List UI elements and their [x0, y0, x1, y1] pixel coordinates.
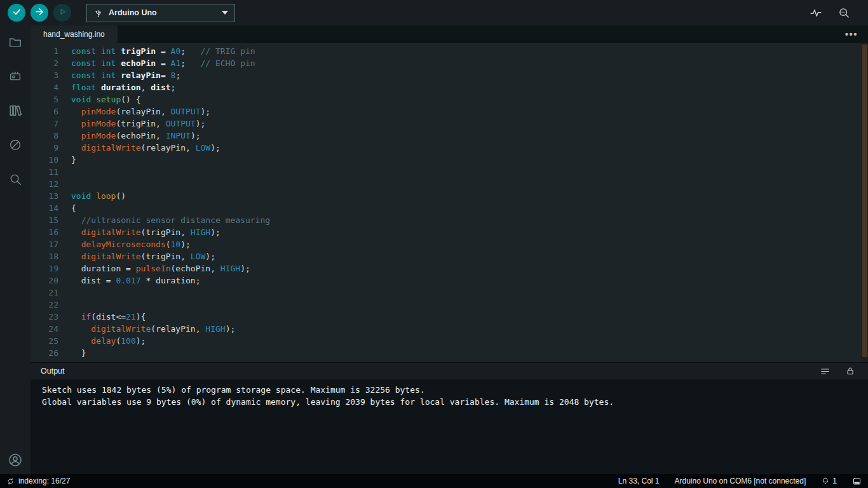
code-line[interactable]: 10}	[31, 154, 868, 166]
code-line[interactable]: 13void loop()	[31, 190, 868, 202]
code-line[interactable]: 14{	[31, 202, 868, 214]
line-number: 3	[31, 69, 71, 81]
editor-tabbar: hand_washing.ino •••	[31, 25, 868, 43]
indexing-status[interactable]: indexing: 16/27	[6, 477, 70, 485]
line-number: 7	[31, 118, 71, 130]
line-number: 18	[31, 250, 71, 262]
output-line: Sketch uses 1842 bytes (5%) of program s…	[42, 384, 857, 396]
code-line[interactable]: 20 dist = 0.017 * duration;	[31, 274, 868, 287]
line-number: 11	[31, 166, 71, 178]
usb-icon	[93, 8, 103, 18]
sync-icon	[6, 477, 15, 485]
line-number: 5	[31, 93, 71, 105]
verify-button[interactable]	[8, 4, 25, 22]
upload-icon	[34, 6, 45, 19]
output-line: Global variables use 9 bytes (0%) of dyn…	[42, 396, 857, 408]
serial-plotter-icon[interactable]	[808, 5, 824, 20]
statusbar-right: Ln 33, Col 1 Arduino Uno on COM6 [not co…	[618, 477, 862, 486]
board-selector-label: Arduino Uno	[109, 8, 157, 17]
code-line[interactable]: 2const int echoPin = A1; // ECHO pin	[31, 57, 868, 69]
line-number: 13	[31, 190, 71, 202]
line-number: 24	[31, 323, 71, 335]
code-line[interactable]: 4float duration, dist;	[31, 81, 868, 93]
arduino-ide-window: Arduino Uno	[0, 0, 868, 488]
editor-scrollbar-thumb[interactable]	[862, 44, 867, 357]
board-selector-dropdown[interactable]: Arduino Uno	[86, 4, 235, 22]
account-icon[interactable]	[8, 452, 23, 468]
code-line[interactable]: 21	[31, 287, 868, 299]
line-number: 25	[31, 335, 71, 347]
code-line[interactable]: 3const int relayPin= 8;	[31, 69, 868, 81]
notification-count: 1	[832, 477, 837, 485]
code-editor[interactable]: 1const int trigPin = A0; // TRIG pin2con…	[31, 43, 868, 362]
output-panel: Output Sketch uses 1842 bytes (5%) of pr…	[31, 362, 868, 474]
scroll-lock-icon[interactable]	[843, 363, 858, 379]
line-number: 17	[31, 238, 71, 250]
code-line[interactable]: 24 digitalWrite(relayPin, HIGH);	[31, 323, 868, 335]
tab-label: hand_washing.ino	[43, 30, 105, 39]
cursor-position[interactable]: Ln 33, Col 1	[618, 477, 660, 485]
code-line[interactable]: 15 //ultrasonic sensor distance measurin…	[31, 214, 868, 226]
output-title: Output	[41, 367, 65, 376]
line-number: 20	[31, 274, 71, 287]
serial-monitor-icon[interactable]	[836, 5, 851, 20]
code-line[interactable]: 23 if(dist<=21){	[31, 311, 868, 323]
output-header-icons	[817, 363, 858, 379]
code-line[interactable]: 22	[31, 299, 868, 311]
sketchbook-folder-icon[interactable]	[8, 34, 23, 50]
indexing-label: indexing: 16/27	[18, 477, 70, 485]
line-number: 26	[31, 347, 71, 359]
code-line[interactable]: 8 pinMode(echoPin, INPUT);	[31, 130, 868, 142]
library-manager-icon[interactable]	[8, 103, 23, 118]
line-number: 1	[31, 45, 71, 57]
code-line[interactable]: 12	[31, 178, 868, 190]
code-line[interactable]: 16 digitalWrite(trigPin, HIGH);	[31, 226, 868, 238]
code-line[interactable]: 11	[31, 166, 868, 178]
chevron-down-icon	[222, 11, 228, 15]
toggle-bottom-panel-icon[interactable]	[852, 477, 862, 486]
code-line[interactable]: 25 delay(100);	[31, 335, 868, 347]
search-icon[interactable]	[8, 172, 23, 187]
line-number: 4	[31, 81, 71, 93]
output-lines: Sketch uses 1842 bytes (5%) of program s…	[31, 379, 868, 474]
line-number: 21	[31, 287, 71, 299]
line-number: 12	[31, 178, 71, 190]
line-number: 14	[31, 202, 71, 214]
output-header: Output	[31, 363, 868, 379]
code-line[interactable]: 9 digitalWrite(relayPin, LOW);	[31, 142, 868, 154]
statusbar: indexing: 16/27 Ln 33, Col 1 Arduino Uno…	[0, 474, 868, 488]
debug-icon	[58, 7, 67, 18]
start-debugging-button[interactable]	[53, 4, 71, 22]
debug-circle-slash-icon[interactable]	[8, 137, 23, 152]
line-number: 9	[31, 142, 71, 154]
line-number: 16	[31, 226, 71, 238]
activity-sidebar	[0, 25, 31, 474]
board-connection-status[interactable]: Arduino Uno on COM6 [not connected]	[675, 477, 806, 485]
upload-button[interactable]	[31, 4, 48, 22]
line-number: 22	[31, 299, 71, 311]
more-actions-button[interactable]: •••	[835, 31, 868, 37]
line-number: 23	[31, 311, 71, 323]
code-line[interactable]: 1const int trigPin = A0; // TRIG pin	[31, 45, 868, 57]
toolbar: Arduino Uno	[0, 0, 868, 25]
tab-hand-washing-ino[interactable]: hand_washing.ino	[31, 25, 118, 43]
notifications[interactable]: 1	[821, 477, 837, 485]
code-line[interactable]: 18 digitalWrite(trigPin, LOW);	[31, 250, 868, 262]
code-line[interactable]: 17 delayMicroseconds(10);	[31, 238, 868, 250]
clear-output-icon[interactable]	[817, 363, 832, 379]
code-line[interactable]: 5void setup() {	[31, 93, 868, 105]
code-lines: 1const int trigPin = A0; // TRIG pin2con…	[31, 45, 868, 359]
code-line[interactable]: 26 }	[31, 347, 868, 359]
code-line[interactable]: 6 pinMode(relayPin, OUTPUT);	[31, 105, 868, 118]
editor-scrollbar[interactable]	[862, 43, 868, 362]
verify-icon	[11, 6, 22, 19]
line-number: 15	[31, 214, 71, 226]
line-number: 2	[31, 57, 71, 69]
boards-manager-icon[interactable]	[8, 69, 23, 84]
bell-icon	[821, 477, 830, 485]
code-line[interactable]: 7 pinMode(trigPin, OUTPUT);	[31, 118, 868, 130]
line-number: 10	[31, 154, 71, 166]
line-number: 6	[31, 105, 71, 118]
code-line[interactable]: 19 duration = pulseIn(echoPin, HIGH);	[31, 262, 868, 274]
toolbar-right-actions	[808, 5, 860, 20]
